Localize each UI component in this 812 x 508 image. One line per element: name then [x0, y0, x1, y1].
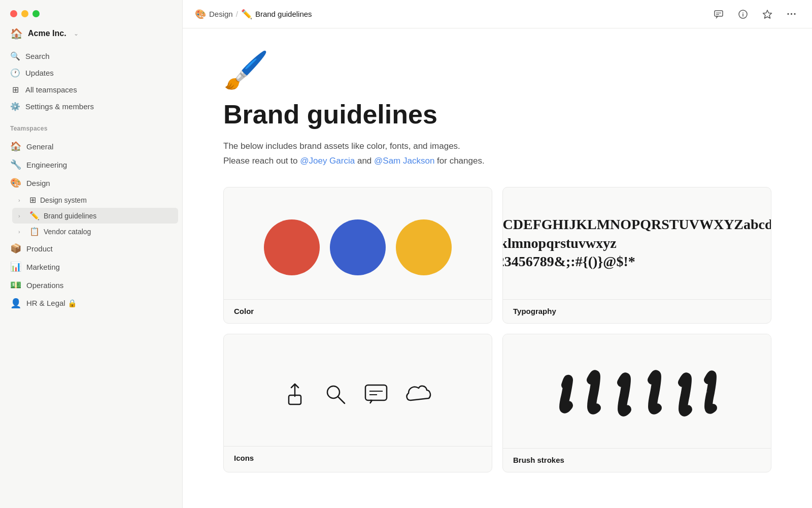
icons-card: Icons	[223, 334, 492, 472]
breadcrumb-separator: /	[236, 10, 238, 18]
sidebar: 🏠 Acme Inc. ⌄ 🔍 Search 🕐 Updates ⊞ All t…	[0, 0, 183, 508]
sidebar-item-updates[interactable]: 🕐 Updates	[4, 65, 178, 81]
sidebar-item-search[interactable]: 🔍 Search	[4, 48, 178, 65]
grid-icon: ⊞	[10, 85, 20, 94]
operations-icon: 💵	[10, 279, 21, 291]
gear-icon: ⚙️	[10, 102, 20, 111]
topbar-actions: ···	[710, 6, 800, 22]
svg-point-5	[742, 12, 743, 13]
traffic-light-maximize[interactable]	[32, 10, 40, 17]
workspace-icon: 🏠	[10, 27, 23, 40]
share-icon	[282, 381, 308, 407]
color-card-footer: Color	[224, 299, 492, 323]
sidebar-item-marketing-label: Marketing	[26, 263, 60, 271]
star-button[interactable]	[759, 6, 775, 22]
vendor-catalog-icon: 📋	[29, 227, 40, 236]
engineering-icon: 🔧	[10, 159, 21, 170]
traffic-lights	[0, 0, 182, 23]
icons-card-footer: Icons	[224, 446, 492, 470]
brush-card: Brush strokes	[502, 334, 771, 472]
teamspaces-list: 🏠 General 🔧 Engineering 🎨 Design › ⊞ Des…	[0, 135, 182, 314]
sidebar-item-design-system[interactable]: › ⊞ Design system	[12, 192, 178, 208]
description-line1: The below includes brand assets like col…	[223, 141, 460, 151]
description-suffix: for changes.	[437, 156, 485, 166]
sidebar-item-teamspaces[interactable]: ⊞ All teamspaces	[4, 81, 178, 98]
sidebar-item-design-label: Design	[26, 179, 50, 187]
sidebar-item-brand-guidelines-label: Brand guidelines	[44, 212, 96, 220]
sidebar-item-settings[interactable]: ⚙️ Settings & members	[4, 98, 178, 115]
sidebar-item-teamspaces-label: All teamspaces	[25, 85, 77, 94]
description-and: and	[357, 156, 371, 166]
chat-icon	[363, 381, 389, 407]
general-icon: 🏠	[10, 141, 21, 152]
sidebar-item-settings-label: Settings & members	[25, 102, 94, 111]
breadcrumb-current-label: Brand guidelines	[255, 10, 312, 18]
sidebar-item-product[interactable]: 📦 Product	[4, 239, 178, 258]
typography-card: ABCDEFGHIJKLMNOPQRSTUVWXYZabcdefghijklmn…	[502, 187, 771, 324]
sidebar-item-updates-label: Updates	[25, 69, 54, 77]
breadcrumb-parent-icon: 🎨	[195, 9, 206, 20]
color-circle-red	[264, 219, 320, 275]
svg-rect-10	[365, 385, 387, 400]
search-icon: 🔍	[10, 51, 20, 61]
svg-marker-6	[763, 10, 772, 18]
color-card-body	[224, 187, 492, 299]
topbar: 🎨 Design / ✏️ Brand guidelines	[183, 0, 812, 28]
info-button[interactable]	[735, 6, 751, 22]
color-circles	[264, 219, 452, 275]
typography-sample: ABCDEFGHIJKLMNOPQRSTUVWXYZabcdefghijklmn…	[502, 215, 771, 271]
sidebar-item-vendor-catalog-label: Vendor catalog	[44, 228, 91, 236]
design-children: › ⊞ Design system › ✏️ Brand guidelines …	[4, 192, 178, 239]
cloud-icon	[403, 381, 434, 407]
icons-demo	[282, 381, 434, 407]
sidebar-item-product-label: Product	[26, 244, 53, 253]
sidebar-item-design[interactable]: 🎨 Design	[4, 174, 178, 192]
mention-sam[interactable]: @Sam Jackson	[374, 156, 434, 166]
traffic-light-minimize[interactable]	[21, 10, 28, 17]
brand-guidelines-icon: ✏️	[29, 211, 40, 220]
sidebar-item-general-label: General	[26, 142, 53, 151]
color-card-label: Color	[234, 307, 254, 315]
typography-card-body: ABCDEFGHIJKLMNOPQRSTUVWXYZabcdefghijklmn…	[503, 187, 771, 299]
cards-grid: Color ABCDEFGHIJKLMNOPQRSTUVWXYZabcdefgh…	[223, 187, 771, 472]
breadcrumb-parent-label[interactable]: Design	[209, 10, 233, 18]
sidebar-item-operations-label: Operations	[26, 281, 63, 290]
typography-card-label: Typography	[513, 307, 556, 315]
breadcrumb-current-icon: ✏️	[241, 9, 252, 20]
workspace-name: Acme Inc.	[28, 29, 66, 38]
page-description: The below includes brand assets like col…	[223, 139, 771, 169]
sidebar-item-brand-guidelines[interactable]: › ✏️ Brand guidelines	[12, 208, 178, 224]
icons-card-label: Icons	[234, 454, 254, 462]
brush-card-body	[503, 334, 771, 448]
comment-button[interactable]	[710, 6, 727, 22]
sidebar-item-hr-legal-label: HR & Legal 🔒	[26, 299, 77, 308]
sidebar-nav: 🔍 Search 🕐 Updates ⊞ All teamspaces ⚙️ S…	[0, 46, 182, 117]
workspace-switcher[interactable]: 🏠 Acme Inc. ⌄	[0, 23, 182, 46]
workspace-chevron-icon: ⌄	[74, 30, 79, 37]
color-circle-yellow	[396, 219, 452, 275]
page-title: Brand guidelines	[223, 100, 771, 129]
color-circle-blue	[330, 219, 386, 275]
mention-joey[interactable]: @Joey Garcia	[300, 156, 355, 166]
traffic-light-close[interactable]	[10, 10, 17, 17]
sidebar-item-marketing[interactable]: 📊 Marketing	[4, 258, 178, 276]
description-reach: Please reach out to	[223, 156, 297, 166]
chevron-right-icon-2: ›	[18, 213, 25, 219]
sidebar-item-hr-legal[interactable]: 👤 HR & Legal 🔒	[4, 294, 178, 312]
page-emoji: 🖌️	[223, 49, 771, 92]
chevron-right-icon: ›	[18, 197, 25, 203]
typography-card-footer: Typography	[503, 299, 771, 323]
sidebar-item-vendor-catalog[interactable]: › 📋 Vendor catalog	[12, 224, 178, 239]
sidebar-item-design-system-label: Design system	[40, 196, 87, 204]
clock-icon: 🕐	[10, 68, 20, 78]
search-demo-icon	[322, 381, 349, 407]
more-button[interactable]: ···	[784, 6, 800, 22]
brush-card-footer: Brush strokes	[503, 448, 771, 472]
sidebar-item-general[interactable]: 🏠 General	[4, 137, 178, 155]
teamspaces-section-label: Teamspaces	[0, 117, 182, 135]
sidebar-item-engineering[interactable]: 🔧 Engineering	[4, 155, 178, 174]
svg-line-9	[338, 397, 345, 403]
design-icon: 🎨	[10, 177, 21, 188]
sidebar-item-search-label: Search	[25, 52, 50, 60]
sidebar-item-operations[interactable]: 💵 Operations	[4, 276, 178, 294]
